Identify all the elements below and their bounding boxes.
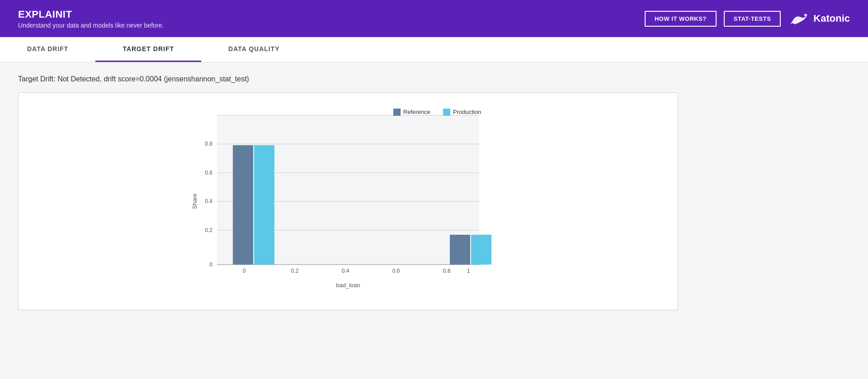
tab-target-drift[interactable]: TARGET DRIFT — [95, 37, 201, 62]
svg-text:bad_loan: bad_loan — [336, 282, 360, 289]
chart-wrapper: 0 0.2 0.4 0.6 0.8 Share 0 0.2 0.4 0.6 0.… — [28, 106, 669, 296]
chart-container: 0 0.2 0.4 0.6 0.8 Share 0 0.2 0.4 0.6 0.… — [18, 92, 678, 310]
drift-status-text: Target Drift: Not Detected, drift score=… — [18, 75, 850, 83]
svg-point-0 — [804, 14, 807, 16]
katonic-logo-icon — [788, 10, 810, 27]
header: EXPLAINIT Understand your data and model… — [0, 0, 868, 37]
bar-prod-0 — [254, 145, 274, 265]
svg-text:0: 0 — [209, 261, 212, 268]
bar-prod-1 — [471, 235, 491, 265]
legend-prod-label: Production — [453, 109, 481, 115]
nav-tabs: DATA DRIFT TARGET DRIFT DATA QUALITY — [0, 37, 868, 62]
brand: EXPLAINIT Understand your data and model… — [18, 9, 164, 29]
svg-text:0.4: 0.4 — [342, 268, 349, 274]
main-content: Target Drift: Not Detected, drift score=… — [0, 62, 868, 323]
legend-ref-icon — [393, 109, 401, 116]
legend-ref-label: Reference — [403, 109, 430, 115]
svg-text:Share: Share — [191, 194, 198, 209]
tab-data-drift[interactable]: DATA DRIFT — [0, 37, 95, 62]
tab-data-quality[interactable]: DATA QUALITY — [201, 37, 307, 62]
svg-text:0.6: 0.6 — [392, 268, 400, 274]
svg-text:0.2: 0.2 — [205, 227, 212, 233]
bar-ref-1 — [450, 235, 470, 265]
svg-text:0.2: 0.2 — [291, 268, 299, 274]
katonic-logo: Katonic — [788, 10, 850, 27]
app-name: EXPLAINIT — [18, 9, 164, 20]
svg-text:0.8: 0.8 — [443, 268, 451, 274]
bar-chart: 0 0.2 0.4 0.6 0.8 Share 0 0.2 0.4 0.6 0.… — [190, 106, 506, 296]
svg-text:1: 1 — [467, 268, 470, 274]
legend-prod-icon — [443, 109, 450, 116]
katonic-logo-text: Katonic — [813, 13, 850, 24]
how-it-works-button[interactable]: HOW IT WORKS? — [645, 11, 717, 27]
tagline: Understand your data and models like nev… — [18, 22, 164, 29]
bar-ref-0 — [233, 145, 253, 265]
svg-text:0.6: 0.6 — [205, 170, 212, 176]
svg-text:0.4: 0.4 — [205, 198, 212, 204]
stat-tests-button[interactable]: STAT-TESTS — [724, 11, 781, 27]
svg-text:0: 0 — [243, 268, 246, 274]
svg-text:0.8: 0.8 — [205, 141, 212, 147]
header-actions: HOW IT WORKS? STAT-TESTS Katonic — [645, 10, 850, 27]
